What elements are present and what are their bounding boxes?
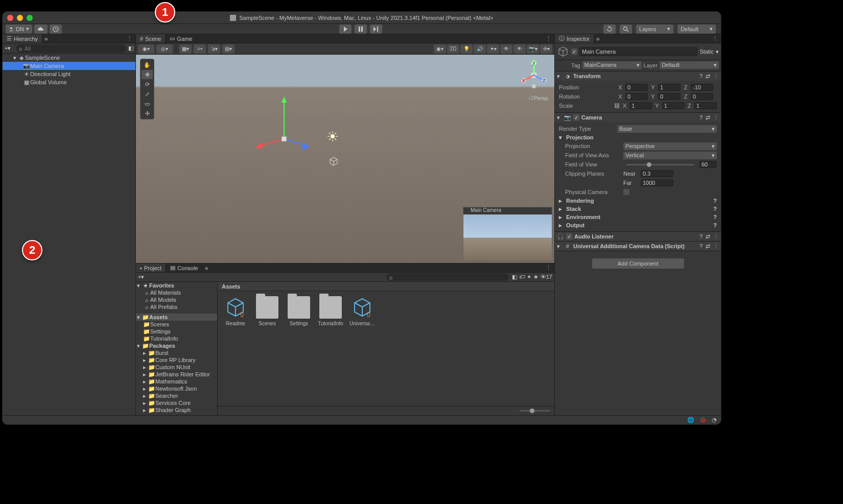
- layout-dropdown[interactable]: Default ▾: [677, 25, 716, 34]
- filter-by-label-button[interactable]: 🏷: [519, 274, 525, 280]
- search-button[interactable]: [620, 25, 632, 34]
- scale-x[interactable]: [629, 102, 652, 109]
- visibility-2-toggle[interactable]: 👁: [513, 44, 526, 54]
- fav-all-materials[interactable]: ⌕All Materials: [136, 289, 217, 296]
- environment-section[interactable]: ▸Environment?: [559, 213, 717, 221]
- tab-game[interactable]: ▭ Game: [166, 34, 197, 43]
- assets-scenes[interactable]: 📁Scenes: [136, 321, 217, 328]
- project-search[interactable]: ⌕: [386, 273, 509, 281]
- rendering-section[interactable]: ▸Rendering?: [559, 197, 717, 205]
- help-icon[interactable]: ?: [699, 243, 702, 250]
- component-menu-icon[interactable]: ⋮: [713, 114, 719, 121]
- move-gizmo[interactable]: [251, 95, 317, 157]
- preset-icon[interactable]: ⇄: [706, 73, 710, 80]
- hierarchy-filter-button[interactable]: ◧: [128, 45, 133, 52]
- position-y[interactable]: [658, 84, 681, 91]
- tag-dropdown[interactable]: MainCamera ▾: [582, 61, 642, 69]
- tab-hierarchy[interactable]: ☰ Hierarchy: [3, 34, 42, 43]
- component-menu-icon[interactable]: ⋮: [713, 233, 719, 240]
- light-gizmo-icon[interactable]: [327, 131, 338, 141]
- help-icon[interactable]: ?: [699, 233, 702, 240]
- preset-icon[interactable]: ⇄: [706, 243, 710, 250]
- filter-by-type-button[interactable]: ◧: [512, 274, 517, 280]
- thumbnail-size-slider[interactable]: [520, 410, 550, 412]
- camera-preview[interactable]: Main Camera: [463, 207, 552, 261]
- help-icon[interactable]: ?: [713, 214, 717, 220]
- hidden-items-button[interactable]: 👁17: [541, 274, 552, 280]
- favorite-search-button[interactable]: ★: [533, 274, 538, 280]
- cloud-button[interactable]: [34, 25, 48, 34]
- asset-universal-rp[interactable]: {} UniversalR...: [349, 296, 375, 326]
- 2d-toggle[interactable]: 2D: [447, 44, 459, 54]
- play-button[interactable]: [339, 25, 352, 34]
- pkg-custom-nunit[interactable]: ▸📁Custom NUnit: [136, 364, 217, 371]
- asset-tutorialinfo[interactable]: TutorialInfo: [318, 296, 343, 326]
- scene-viewport[interactable]: ✋ ✥ ⟳ ⤢ ▭ ✢ y x z: [136, 55, 554, 263]
- hierarchy-scene-row[interactable]: ▾ ◈ SampleScene: [3, 54, 135, 62]
- transform-header[interactable]: ▾ ⬗ Transform ?⇄⋮: [555, 71, 721, 81]
- pkg-searcher[interactable]: ▸📁Searcher: [136, 392, 217, 399]
- output-section[interactable]: ▸Output?: [559, 221, 717, 229]
- shading-mode-dropdown[interactable]: ◎▾: [156, 44, 173, 54]
- tab-inspector[interactable]: ⓘ Inspector: [555, 34, 594, 43]
- hierarchy-item-global-volume[interactable]: ▦ Global Volume: [3, 78, 135, 86]
- snap-settings[interactable]: ▤▾: [222, 44, 235, 54]
- pkg-mathematics[interactable]: ▸📁Mathematics: [136, 378, 217, 385]
- component-menu-icon[interactable]: ⋮: [713, 73, 719, 80]
- far-value[interactable]: [641, 179, 673, 186]
- constrain-scale-icon[interactable]: ⛓: [614, 103, 620, 109]
- history-button[interactable]: [50, 25, 62, 34]
- rect-tool[interactable]: ▭: [142, 99, 153, 108]
- hierarchy-item-directional-light[interactable]: ☀ Directional Light: [3, 70, 135, 78]
- account-dropdown[interactable]: DN▾: [6, 25, 32, 34]
- projection-dropdown[interactable]: Perspective▾: [623, 142, 717, 150]
- hierarchy-search-input[interactable]: [25, 45, 123, 52]
- favorites-header[interactable]: ▾★Favorites: [136, 282, 217, 289]
- packages-folder[interactable]: ▾📁Packages: [136, 342, 217, 349]
- inspector-menu-button[interactable]: ⋮: [709, 34, 721, 43]
- audio-listener-enabled-checkbox[interactable]: [566, 233, 572, 239]
- add-component-button[interactable]: Add Component: [592, 258, 684, 269]
- camera-settings[interactable]: ◉▾: [434, 44, 446, 54]
- transform-tool[interactable]: ✢: [142, 109, 153, 118]
- position-x[interactable]: [625, 84, 648, 91]
- asset-settings[interactable]: Settings: [286, 296, 312, 326]
- stack-section[interactable]: ▸Stack?: [559, 205, 717, 213]
- tab-project[interactable]: ▪ Project: [136, 263, 166, 272]
- assets-tutorialinfo[interactable]: 📁TutorialInfo: [136, 335, 217, 342]
- layers-dropdown[interactable]: Layers ▾: [636, 25, 673, 34]
- grid-toggle[interactable]: ▦▾: [179, 44, 192, 54]
- fov-axis-dropdown[interactable]: Vertical▾: [623, 152, 717, 159]
- scale-tool[interactable]: ⤢: [142, 89, 153, 99]
- hierarchy-create-button[interactable]: +▾: [5, 45, 14, 52]
- status-play-icon[interactable]: 🌐: [687, 417, 694, 423]
- pause-button[interactable]: [355, 25, 367, 34]
- hand-tool[interactable]: ✋: [142, 60, 153, 69]
- pkg-rider[interactable]: ▸📁JetBrains Rider Editor: [136, 371, 217, 378]
- snap-toggle[interactable]: ⌗▾: [194, 44, 206, 54]
- undo-history-button[interactable]: [603, 25, 616, 34]
- move-tool[interactable]: ✥: [142, 70, 153, 79]
- tab-console[interactable]: ▤ Console: [166, 263, 202, 272]
- fold-icon[interactable]: ▾: [12, 55, 18, 61]
- fov-slider[interactable]: [626, 164, 694, 165]
- status-progress-icon[interactable]: ◔: [712, 417, 717, 423]
- hierarchy-menu-button[interactable]: ⋮: [124, 34, 135, 43]
- pkg-newtonsoft[interactable]: ▸📁Newtonsoft Json: [136, 385, 217, 392]
- gizmos-toggle[interactable]: ✢▾: [540, 44, 552, 54]
- asset-readme[interactable]: {} Readme: [223, 296, 248, 326]
- inspector-lock-icon[interactable]: ⎆: [594, 34, 602, 43]
- rotation-x[interactable]: [625, 93, 648, 100]
- pkg-core-rp[interactable]: ▸📁Core RP Library: [136, 356, 217, 364]
- pkg-services-core[interactable]: ▸📁Services Core: [136, 399, 217, 406]
- volume-gizmo-icon[interactable]: [329, 157, 338, 166]
- camera-icon-toggle[interactable]: 📷▾: [527, 44, 539, 54]
- pkg-shader-graph[interactable]: ▸📁Shader Graph: [136, 406, 217, 414]
- rotate-tool[interactable]: ⟳: [142, 80, 153, 89]
- assets-folder[interactable]: ▾📁Assets: [136, 314, 217, 321]
- increment-toggle[interactable]: ⇲▾: [208, 44, 220, 54]
- fav-all-models[interactable]: ⌕All Models: [136, 296, 217, 303]
- rotation-y[interactable]: [658, 93, 681, 100]
- help-icon[interactable]: ?: [699, 114, 702, 121]
- project-breadcrumb[interactable]: Assets: [218, 282, 554, 291]
